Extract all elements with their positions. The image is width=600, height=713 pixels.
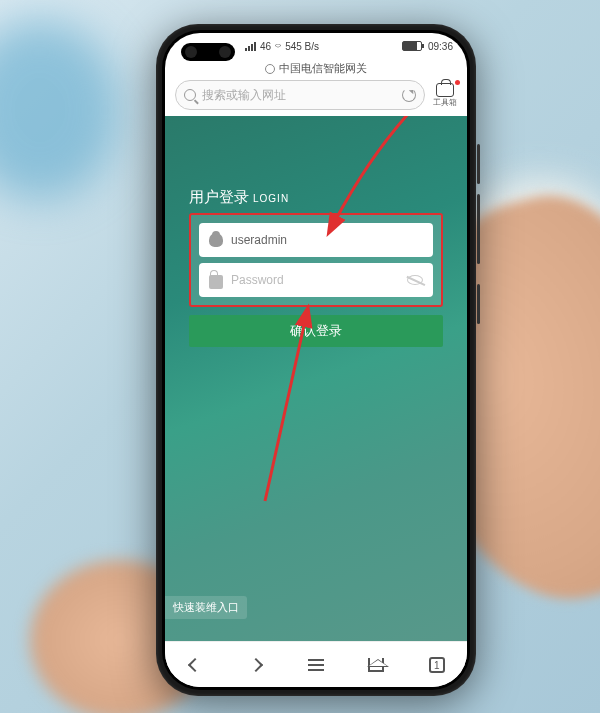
- nav-home-button[interactable]: [365, 654, 387, 676]
- network-speed: 545 B/s: [285, 41, 319, 52]
- page-title: 中国电信智能网关: [279, 61, 367, 76]
- toolbox-button[interactable]: 工具箱: [433, 83, 457, 108]
- nav-back-button[interactable]: [184, 654, 206, 676]
- login-submit-button[interactable]: 确认登录: [189, 315, 443, 347]
- web-page: 用户登录LOGIN useradmin Password: [165, 116, 467, 641]
- lock-icon: [209, 275, 223, 289]
- search-icon: [184, 89, 196, 101]
- signal-icon: [245, 42, 256, 51]
- globe-icon: [265, 64, 275, 74]
- phone-frame: 46 ⌔ 545 B/s 09:36 中国电信智能网关 搜索或输入网址: [156, 24, 476, 696]
- login-submit-label: 确认登录: [290, 322, 342, 340]
- password-field[interactable]: Password: [199, 263, 433, 297]
- toolbox-label: 工具箱: [433, 97, 457, 108]
- quick-maintenance-link[interactable]: 快速装维入口: [165, 596, 247, 619]
- chevron-left-icon: [188, 657, 202, 671]
- nav-tabs-button[interactable]: 1: [426, 654, 448, 676]
- username-value: useradmin: [231, 233, 287, 247]
- chevron-right-icon: [249, 657, 263, 671]
- menu-icon: [308, 659, 324, 671]
- username-field[interactable]: useradmin: [199, 223, 433, 257]
- notification-dot-icon: [455, 80, 460, 85]
- page-title-bar: 中国电信智能网关: [165, 59, 467, 80]
- network-type: 46: [260, 41, 271, 52]
- clock: 09:36: [428, 41, 453, 52]
- wifi-icon: ⌔: [275, 41, 281, 52]
- nav-menu-button[interactable]: [305, 654, 327, 676]
- home-icon: [368, 658, 384, 672]
- address-placeholder: 搜索或输入网址: [202, 87, 286, 104]
- tabs-icon: 1: [429, 657, 445, 673]
- user-icon: [209, 233, 223, 247]
- password-placeholder: Password: [231, 273, 284, 287]
- login-form-highlight: useradmin Password: [189, 213, 443, 307]
- nav-forward-button[interactable]: [245, 654, 267, 676]
- camera-punch-hole: [181, 43, 235, 61]
- browser-bottom-nav: 1: [165, 641, 467, 687]
- address-bar[interactable]: 搜索或输入网址: [175, 80, 425, 110]
- login-heading: 用户登录LOGIN: [189, 188, 443, 207]
- toggle-password-visibility-icon[interactable]: [407, 275, 423, 285]
- toolbox-icon: [436, 83, 454, 97]
- battery-icon: [402, 41, 422, 51]
- refresh-icon[interactable]: [402, 88, 416, 102]
